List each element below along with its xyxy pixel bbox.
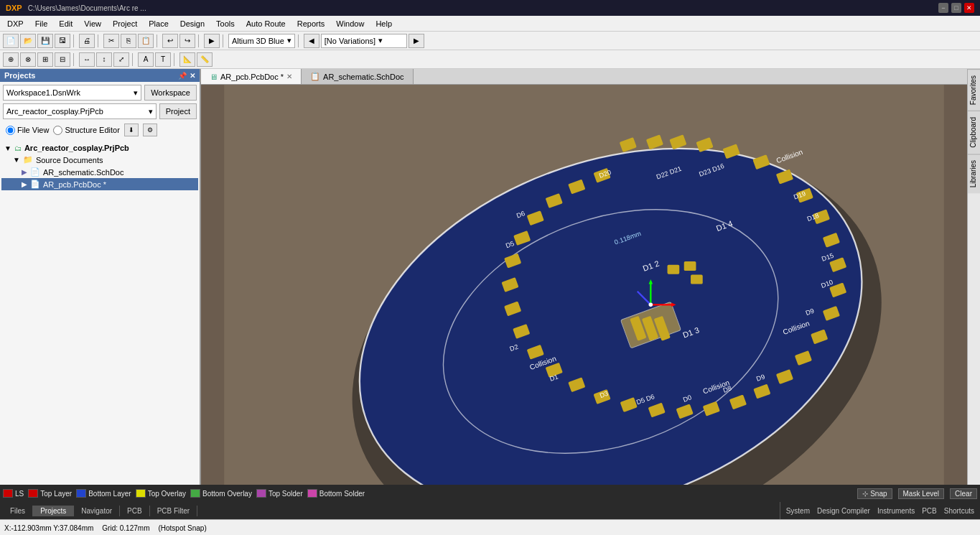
open-btn[interactable]: 📂 [20,34,36,48]
bottom-tab-projects[interactable]: Projects [33,506,74,516]
menu-place[interactable]: Place [143,18,174,29]
layer-ls[interactable]: LS [3,489,24,498]
design-compiler-label[interactable]: Design Compiler [817,507,870,515]
new-btn[interactable]: 📄 [3,34,19,48]
status-bar: X:-112.903mm Y:37.084mm Grid: 0.127mm (H… [0,519,980,535]
instruments-label[interactable]: Instruments [877,507,915,515]
tb2-btn5[interactable]: ↔ [79,52,95,67]
workspace-button[interactable]: Workspace [144,85,197,101]
variations-right-btn[interactable]: ▶ [409,34,424,48]
minimize-button[interactable]: − [938,3,948,13]
tb2-btn1[interactable]: ⊕ [3,52,19,67]
menu-window[interactable]: Window [330,18,370,29]
variations-left-btn[interactable]: ◀ [304,34,319,48]
layer-ls-swatch [3,489,13,498]
pcb-label[interactable]: PCB [922,507,937,515]
save-all-btn[interactable]: 🖫 [55,34,70,48]
tb2-btn10[interactable]: 📐 [179,52,195,67]
layer-top-overlay[interactable]: Top Overlay [136,489,186,498]
bottom-tab-pcb-filter[interactable]: PCB Filter [150,506,198,516]
menu-reports[interactable]: Reports [291,18,331,29]
tb2-btn4[interactable]: ⊟ [55,52,70,67]
menu-autoroute[interactable]: Auto Route [241,18,291,29]
copy-btn[interactable]: ⎘ [121,34,136,48]
project-dropdown[interactable]: Arc_reactor_cosplay.PrjPcb ▾ [3,103,157,119]
tb2-btn9[interactable]: T [155,52,171,67]
import-btn[interactable]: ⬇ [124,124,139,136]
menu-edit[interactable]: Edit [53,18,78,29]
shortcuts-label[interactable]: Shortcuts [944,507,974,515]
snap-button[interactable]: ⊹ Snap [857,488,892,499]
tree-area: ▼ 🗂 Arc_reactor_cosplay.PrjPcb ▼ 📁 Sourc… [0,141,200,485]
layer-bottom-overlay[interactable]: Bottom Overlay [190,489,252,498]
libraries-tab[interactable]: Libraries [968,154,980,193]
clear-button[interactable]: Clear [950,488,977,499]
bottom-area: Files Projects Navigator PCB PCB Filter … [0,502,980,519]
tab-bar: 🖥 AR_pcb.PcbDoc * ✕ 📋 AR_schematic.SchDo… [201,69,967,85]
theme-dropdown[interactable]: Altium 3D Blue ▾ [228,34,295,48]
tb2-btn3[interactable]: ⊞ [37,52,53,67]
undo-btn[interactable]: ↩ [162,34,178,48]
layer-bottom[interactable]: Bottom Layer [76,489,131,498]
menu-view[interactable]: View [78,18,107,29]
tab-pcb[interactable]: 🖥 AR_pcb.PcbDoc * ✕ [201,69,302,84]
sep5 [223,34,225,47]
layer-bottom-solder-swatch [307,489,317,498]
panel-close-icon[interactable]: ✕ [190,72,195,80]
bottom-tab-pcb[interactable]: PCB [120,506,150,516]
layer-top[interactable]: Top Layer [28,489,72,498]
layer-bar-right: ⊹ Snap Mask Level Clear [857,488,977,499]
tb2-btn8[interactable]: A [138,52,154,67]
structure-editor-radio[interactable]: Structure Editor [53,124,119,136]
bottom-tab-navigator[interactable]: Navigator [74,506,120,516]
project-button[interactable]: Project [159,103,197,119]
favorites-tab[interactable]: Favorites [968,69,980,111]
tb2-btn7[interactable]: ⤢ [113,52,129,67]
canvas-area[interactable]: Collision Collision Collision Collision … [201,85,967,485]
panel-controls: Workspace1.DsnWrk ▾ Workspace Arc_reacto… [0,82,200,141]
menu-help[interactable]: Help [370,18,398,29]
snap-display: (Hotspot Snap) [158,524,206,532]
panel-pin-icon[interactable]: 📌 [178,72,187,80]
config-btn[interactable]: ⚙ [143,124,157,136]
variations-dropdown[interactable]: [No Variations] ▾ [321,34,407,48]
file-view-radio[interactable]: File View [6,124,49,136]
layer-top-overlay-swatch [136,489,146,498]
tree-project[interactable]: ▼ 🗂 Arc_reactor_cosplay.PrjPcb [1,142,198,154]
panel-title: Projects [4,71,35,80]
paste-btn[interactable]: 📋 [138,34,154,48]
sep4 [198,34,201,47]
menu-tools[interactable]: Tools [210,18,241,29]
layer-top-solder[interactable]: Top Solder [256,489,303,498]
mask-level-button[interactable]: Mask Level [898,488,945,499]
menu-project[interactable]: Project [107,18,143,29]
layer-bottom-solder[interactable]: Bottom Solder [307,489,365,498]
menu-file[interactable]: File [29,18,54,29]
workspace-dropdown[interactable]: Workspace1.DsnWrk ▾ [3,85,141,101]
maximize-button[interactable]: □ [951,3,961,13]
run-btn[interactable]: ▶ [204,34,220,48]
toolbar-1: 📄 📂 💾 🖫 🖨 ✂ ⎘ 📋 ↩ ↪ ▶ Altium 3D Blue ▾ ◀… [0,32,980,50]
cut-btn[interactable]: ✂ [103,34,119,48]
close-button[interactable]: ✕ [964,3,974,13]
tab-pcb-close[interactable]: ✕ [286,73,292,80]
project-row: Arc_reactor_cosplay.PrjPcb ▾ Project [3,103,197,119]
clipboard-tab[interactable]: Clipboard [968,111,980,154]
toolbar-2: ⊕ ⊗ ⊞ ⊟ ↔ ↕ ⤢ A T 📐 📏 [0,50,980,69]
tree-pcb[interactable]: ▶ 📄 AR_pcb.PcbDoc * [1,178,198,190]
save-btn[interactable]: 💾 [37,34,53,48]
tree-schematic[interactable]: ▶ 📄 AR_schematic.SchDoc [1,166,198,178]
bottom-tabs: Files Projects Navigator PCB PCB Filter [0,502,780,519]
bottom-tab-files[interactable]: Files [3,506,33,516]
menu-design[interactable]: Design [174,18,210,29]
tb2-btn2[interactable]: ⊗ [20,52,36,67]
system-label[interactable]: System [786,507,810,515]
title-path: C:\Users\James\Documents\Arc re ... [28,4,146,12]
tree-source-docs[interactable]: ▼ 📁 Source Documents [1,154,198,166]
tb2-btn11[interactable]: 📏 [197,52,213,67]
tb2-btn6[interactable]: ↕ [96,52,112,67]
tab-schematic[interactable]: 📋 AR_schematic.SchDoc [302,69,414,84]
menu-dxp[interactable]: DXP [1,18,29,29]
print-btn[interactable]: 🖨 [79,34,95,48]
redo-btn[interactable]: ↪ [179,34,195,48]
